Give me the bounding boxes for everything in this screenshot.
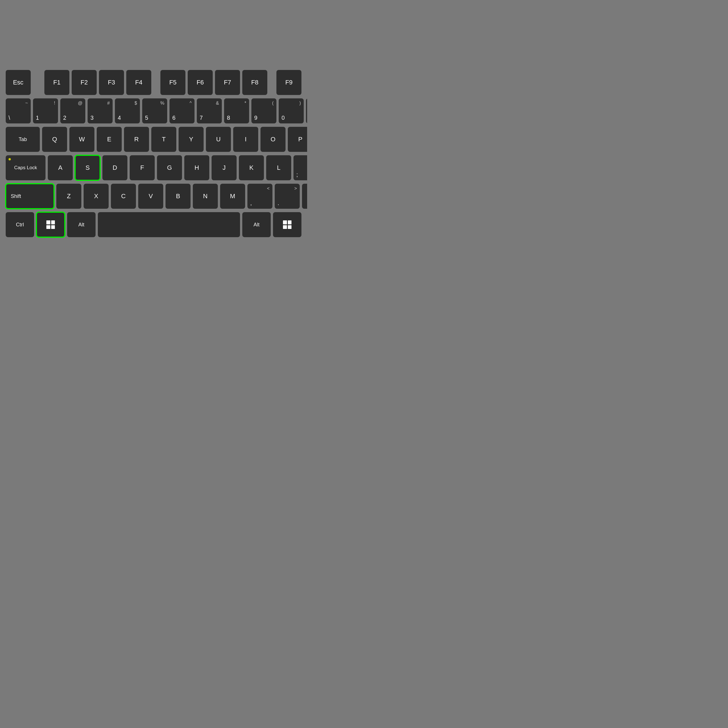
key-j[interactable]: J [211, 155, 237, 180]
key-1[interactable]: ! 1 [33, 98, 58, 124]
key-f7[interactable]: F7 [215, 70, 240, 95]
windows-icon [46, 220, 55, 229]
key-f3[interactable]: F3 [99, 70, 124, 95]
fn-row: Esc F1 F2 F3 F4 F5 F6 F7 F8 F9 [6, 70, 301, 95]
key-q[interactable]: Q [42, 127, 67, 152]
key-a[interactable]: A [48, 155, 73, 180]
key-minus[interactable]: − [306, 98, 307, 124]
key-z[interactable]: Z [56, 184, 81, 209]
key-tab[interactable]: Tab [6, 127, 40, 152]
key-t[interactable]: T [151, 127, 176, 152]
key-alt-left[interactable]: Alt [67, 212, 96, 237]
key-s[interactable]: S [75, 155, 100, 180]
zxcv-row: Shift Z X C V B N M < , > . ? [6, 184, 301, 209]
key-f8[interactable]: F8 [242, 70, 267, 95]
key-label: Esc [13, 79, 24, 86]
key-c[interactable]: C [111, 184, 136, 209]
key-win[interactable] [37, 212, 65, 237]
key-e[interactable]: E [97, 127, 122, 152]
key-0[interactable]: ) 0 [279, 98, 304, 124]
key-f1[interactable]: F1 [44, 70, 69, 95]
key-7[interactable]: & 7 [197, 98, 222, 124]
key-h[interactable]: H [184, 155, 209, 180]
key-y[interactable]: Y [179, 127, 203, 152]
key-r[interactable]: R [124, 127, 149, 152]
key-shift[interactable]: Shift [6, 184, 54, 209]
bottom-row: Ctrl Alt Alt [6, 212, 301, 237]
key-f6[interactable]: F6 [188, 70, 213, 95]
key-4[interactable]: $ 4 [115, 98, 140, 124]
asdf-row: Caps Lock A S D F G H J K L : ; [6, 155, 301, 180]
key-g[interactable]: G [157, 155, 182, 180]
key-u[interactable]: U [206, 127, 231, 152]
key-5[interactable]: % 5 [142, 98, 167, 124]
key-d[interactable]: D [102, 155, 127, 180]
key-f[interactable]: F [130, 155, 155, 180]
key-2[interactable]: @ 2 [60, 98, 85, 124]
key-tilde[interactable]: ~ \ [6, 98, 31, 124]
key-capslock[interactable]: Caps Lock [6, 155, 46, 180]
key-esc[interactable]: Esc [6, 70, 31, 95]
key-b[interactable]: B [165, 184, 191, 209]
key-semicolon[interactable]: : ; [294, 155, 307, 180]
key-n[interactable]: N [193, 184, 218, 209]
key-f5[interactable]: F5 [161, 70, 185, 95]
key-9[interactable]: ( 9 [251, 98, 277, 124]
key-x[interactable]: X [84, 184, 109, 209]
key-f9[interactable]: F9 [277, 70, 301, 95]
key-8[interactable]: * 8 [224, 98, 249, 124]
keyboard: Esc F1 F2 F3 F4 F5 F6 F7 F8 F9 ~ \ ! 1 @… [3, 64, 304, 243]
key-o[interactable]: O [260, 127, 286, 152]
windows-icon-right [283, 220, 292, 229]
qwerty-row: Tab Q W E R T Y U I O P [6, 127, 301, 152]
key-p[interactable]: P [288, 127, 307, 152]
key-space[interactable] [98, 212, 240, 237]
key-k[interactable]: K [239, 155, 264, 180]
key-f2[interactable]: F2 [72, 70, 97, 95]
key-6[interactable]: ^ 6 [170, 98, 194, 124]
key-comma[interactable]: < , [248, 184, 272, 209]
key-win-right[interactable] [273, 212, 301, 237]
key-3[interactable]: # 3 [87, 98, 113, 124]
key-period[interactable]: > . [275, 184, 300, 209]
key-w[interactable]: W [69, 127, 95, 152]
key-i[interactable]: I [233, 127, 258, 152]
key-m[interactable]: M [220, 184, 245, 209]
key-ctrl[interactable]: Ctrl [6, 212, 34, 237]
caps-lock-indicator [9, 158, 11, 161]
key-slash[interactable]: ? [302, 184, 307, 209]
key-l[interactable]: L [266, 155, 291, 180]
key-alt-right[interactable]: Alt [242, 212, 271, 237]
num-row: ~ \ ! 1 @ 2 # 3 $ 4 % 5 ^ 6 & 7 [6, 98, 301, 124]
key-f4[interactable]: F4 [126, 70, 151, 95]
key-v[interactable]: V [138, 184, 163, 209]
